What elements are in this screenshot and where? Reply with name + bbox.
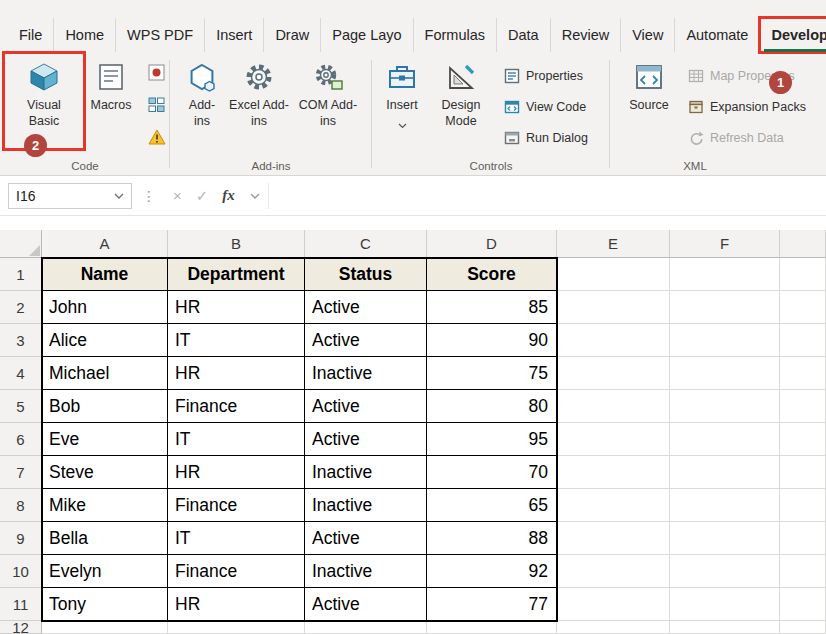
cell-G4[interactable]: [780, 357, 826, 390]
cell-B11[interactable]: HR: [168, 588, 305, 621]
cell-F8[interactable]: [670, 489, 780, 522]
cell-C7[interactable]: Inactive: [305, 456, 427, 489]
source-button[interactable]: Source: [622, 55, 676, 147]
cell-E2[interactable]: [557, 291, 670, 324]
cell-B12[interactable]: [168, 621, 305, 634]
cell-E4[interactable]: [557, 357, 670, 390]
column-header-partial[interactable]: [780, 230, 826, 258]
properties-button[interactable]: Properties: [504, 65, 588, 86]
relative-references-icon[interactable]: [148, 96, 166, 114]
cell-F1[interactable]: [670, 258, 780, 291]
controls-insert-button[interactable]: Insert: [378, 55, 426, 147]
cell-A3[interactable]: Alice: [42, 324, 168, 357]
table-header-name[interactable]: Name: [42, 258, 168, 291]
cell-A11[interactable]: Tony: [42, 588, 168, 621]
cell-C8[interactable]: Inactive: [305, 489, 427, 522]
cell-D6[interactable]: 95: [427, 423, 557, 456]
cell-D3[interactable]: 90: [427, 324, 557, 357]
refresh-data-button[interactable]: Refresh Data: [688, 127, 806, 148]
cell-G8[interactable]: [780, 489, 826, 522]
table-header-status[interactable]: Status: [305, 258, 427, 291]
cell-B2[interactable]: HR: [168, 291, 305, 324]
column-header-c[interactable]: C: [305, 230, 427, 258]
cell-C11[interactable]: Active: [305, 588, 427, 621]
tab-draw[interactable]: Draw: [264, 18, 321, 52]
macros-button[interactable]: Macros: [86, 55, 136, 147]
cell-F2[interactable]: [670, 291, 780, 324]
cell-F10[interactable]: [670, 555, 780, 588]
tab-home[interactable]: Home: [54, 18, 116, 52]
cell-B4[interactable]: HR: [168, 357, 305, 390]
row-header-9[interactable]: 9: [0, 522, 42, 555]
formula-bar-expand-icon[interactable]: [250, 193, 260, 199]
cell-D5[interactable]: 80: [427, 390, 557, 423]
row-header-12[interactable]: 12: [0, 621, 42, 634]
cell-G12[interactable]: [780, 621, 826, 634]
cell-A4[interactable]: Michael: [42, 357, 168, 390]
formula-input[interactable]: [268, 183, 826, 209]
macro-security-warning-icon[interactable]: [148, 128, 166, 146]
excel-add-ins-button[interactable]: Excel Add-ins: [228, 55, 290, 147]
cell-A9[interactable]: Bella: [42, 522, 168, 555]
cell-A12[interactable]: [42, 621, 168, 634]
cell-F12[interactable]: [670, 621, 780, 634]
cell-E6[interactable]: [557, 423, 670, 456]
cell-B7[interactable]: HR: [168, 456, 305, 489]
cell-F6[interactable]: [670, 423, 780, 456]
tab-page-layo[interactable]: Page Layo: [321, 18, 413, 52]
column-header-a[interactable]: A: [42, 230, 168, 258]
cell-G11[interactable]: [780, 588, 826, 621]
row-header-6[interactable]: 6: [0, 423, 42, 456]
cell-E11[interactable]: [557, 588, 670, 621]
cell-F5[interactable]: [670, 390, 780, 423]
name-box-chevron-icon[interactable]: [114, 193, 124, 199]
cell-B8[interactable]: Finance: [168, 489, 305, 522]
cell-G5[interactable]: [780, 390, 826, 423]
cell-E10[interactable]: [557, 555, 670, 588]
cell-C10[interactable]: Inactive: [305, 555, 427, 588]
column-header-e[interactable]: E: [557, 230, 670, 258]
cell-D10[interactable]: 92: [427, 555, 557, 588]
row-header-5[interactable]: 5: [0, 390, 42, 423]
cell-D7[interactable]: 70: [427, 456, 557, 489]
table-header-score[interactable]: Score: [427, 258, 557, 291]
cell-F7[interactable]: [670, 456, 780, 489]
visual-basic-button[interactable]: Visual Basic: [6, 55, 82, 147]
cell-B6[interactable]: IT: [168, 423, 305, 456]
tab-insert[interactable]: Insert: [205, 18, 264, 52]
column-header-d[interactable]: D: [427, 230, 557, 258]
row-header-11[interactable]: 11: [0, 588, 42, 621]
cell-G6[interactable]: [780, 423, 826, 456]
cell-D8[interactable]: 65: [427, 489, 557, 522]
row-header-10[interactable]: 10: [0, 555, 42, 588]
cell-G10[interactable]: [780, 555, 826, 588]
cell-D12[interactable]: [427, 621, 557, 634]
cell-E3[interactable]: [557, 324, 670, 357]
tab-view[interactable]: View: [621, 18, 675, 52]
cell-E8[interactable]: [557, 489, 670, 522]
cell-D11[interactable]: 77: [427, 588, 557, 621]
row-header-2[interactable]: 2: [0, 291, 42, 324]
cell-B3[interactable]: IT: [168, 324, 305, 357]
cell-D4[interactable]: 75: [427, 357, 557, 390]
cell-C12[interactable]: [305, 621, 427, 634]
cell-G1[interactable]: [780, 258, 826, 291]
tab-formulas[interactable]: Formulas: [414, 18, 497, 52]
add-ins-button[interactable]: Add-ins: [182, 55, 222, 147]
column-header-b[interactable]: B: [168, 230, 305, 258]
cell-A10[interactable]: Evelyn: [42, 555, 168, 588]
expansion-packs-button[interactable]: Expansion Packs: [688, 96, 806, 117]
row-header-7[interactable]: 7: [0, 456, 42, 489]
cell-E12[interactable]: [557, 621, 670, 634]
cell-E9[interactable]: [557, 522, 670, 555]
view-code-button[interactable]: View Code: [504, 96, 588, 117]
cell-G9[interactable]: [780, 522, 826, 555]
cell-G3[interactable]: [780, 324, 826, 357]
cell-A6[interactable]: Eve: [42, 423, 168, 456]
tab-data[interactable]: Data: [497, 18, 551, 52]
cell-A2[interactable]: John: [42, 291, 168, 324]
cell-C9[interactable]: Active: [305, 522, 427, 555]
cell-F9[interactable]: [670, 522, 780, 555]
cell-F11[interactable]: [670, 588, 780, 621]
tab-wps-pdf[interactable]: WPS PDF: [116, 18, 205, 52]
